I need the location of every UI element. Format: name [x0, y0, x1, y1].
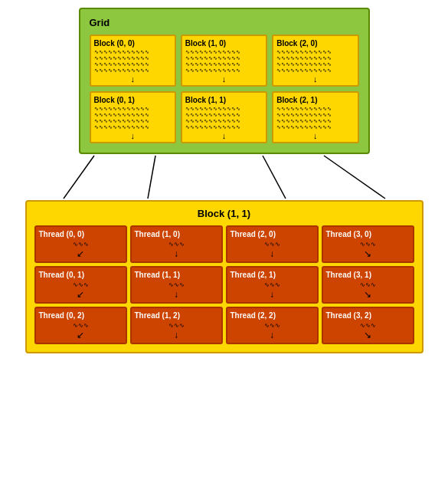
wavy-lines-b00: ∿∿∿∿∿∿∿∿∿∿∿∿∿∿∿∿∿∿∿∿∿∿∿∿∿∿∿∿∿∿∿∿∿∿∿∿∿∿∿∿…	[94, 49, 172, 73]
thread-cell-t22: Thread (2, 2)∿∿∿↓	[226, 307, 319, 344]
thread-arrow: ↘	[364, 248, 371, 259]
svg-line-2	[263, 156, 286, 199]
block-container: Block (1, 1) Thread (0, 0)∿∿∿↙Thread (1,…	[25, 200, 423, 353]
wavy-line: ∿∿∿∿∿∿∿∿∿∿∿∿	[94, 118, 172, 123]
thread-cell-t31: Thread (3, 1)∿∿∿↘	[322, 266, 414, 304]
connector-svg	[33, 154, 416, 200]
thread-wavy-t02: ∿∿∿↙	[39, 322, 123, 340]
wavy-lines-b21: ∿∿∿∿∿∿∿∿∿∿∿∿∿∿∿∿∿∿∿∿∿∿∿∿∿∿∿∿∿∿∿∿∿∿∿∿∿∿∿∿…	[276, 106, 354, 130]
thread-cell-t32: Thread (3, 2)∿∿∿↘	[322, 307, 414, 344]
thread-cell-t12: Thread (1, 2)∿∿∿↓	[130, 307, 223, 344]
wavy-line: ∿∿∿∿∿∿∿∿∿∿∿∿	[94, 112, 172, 117]
thread-cell-label-t01: Thread (0, 1)	[39, 271, 123, 279]
block-label: Block (1, 1)	[34, 208, 414, 219]
thread-arrow: ↙	[77, 289, 84, 300]
down-arrow: ↓	[276, 131, 354, 140]
wavy-line: ∿∿∿∿∿∿∿∿∿∿∿∿	[185, 61, 263, 67]
wavy-line: ∿∿∿∿∿∿∿∿∿∿∿∿	[276, 55, 354, 61]
thread-wavy-line: ∿∿∿	[264, 281, 280, 288]
wavy-lines-b10: ∿∿∿∿∿∿∿∿∿∿∿∿∿∿∿∿∿∿∿∿∿∿∿∿∿∿∿∿∿∿∿∿∿∿∿∿∿∿∿∿…	[185, 49, 263, 73]
thread-cell-t10: Thread (1, 0)∿∿∿↓	[130, 225, 223, 263]
grid-label: Grid	[90, 17, 359, 28]
thread-cell-label-t00: Thread (0, 0)	[39, 230, 123, 238]
block-cell-label-b11: Block (1, 1)	[185, 96, 263, 104]
thread-cell-t02: Thread (0, 2)∿∿∿↙	[34, 307, 127, 344]
thread-arrow: ↘	[364, 289, 371, 300]
thread-arrow: ↓	[174, 289, 178, 300]
thread-arrow: ↘	[364, 330, 371, 340]
down-arrow: ↓	[185, 131, 263, 140]
wavy-lines-b11: ∿∿∿∿∿∿∿∿∿∿∿∿∿∿∿∿∿∿∿∿∿∿∿∿∿∿∿∿∿∿∿∿∿∿∿∿∿∿∿∿…	[185, 106, 263, 130]
thread-cell-t30: Thread (3, 0)∿∿∿↘	[322, 225, 414, 263]
thread-wavy-line: ∿∿∿	[73, 241, 89, 248]
wavy-line: ∿∿∿∿∿∿∿∿∿∿∿∿	[94, 55, 172, 61]
down-arrow: ↓	[94, 131, 172, 140]
thread-wavy-line: ∿∿∿	[168, 281, 185, 288]
thread-wavy-line: ∿∿∿	[264, 322, 280, 329]
thread-cell-t20: Thread (2, 0)∿∿∿↓	[226, 225, 319, 263]
wavy-line: ∿∿∿∿∿∿∿∿∿∿∿∿	[185, 55, 263, 61]
thread-wavy-t10: ∿∿∿↓	[135, 241, 218, 259]
thread-cell-t11: Thread (1, 1)∿∿∿↓	[130, 266, 223, 304]
block-cell-b11: Block (1, 1)∿∿∿∿∿∿∿∿∿∿∿∿∿∿∿∿∿∿∿∿∿∿∿∿∿∿∿∿…	[181, 91, 267, 143]
thread-cell-t00: Thread (0, 0)∿∿∿↙	[34, 225, 127, 263]
svg-line-0	[64, 156, 94, 199]
thread-wavy-line: ∿∿∿	[168, 322, 185, 329]
thread-wavy-t32: ∿∿∿↘	[326, 322, 410, 340]
wavy-line: ∿∿∿∿∿∿∿∿∿∿∿∿	[94, 67, 172, 73]
thread-wavy-t20: ∿∿∿↓	[231, 241, 314, 259]
block-cell-b01: Block (0, 1)∿∿∿∿∿∿∿∿∿∿∿∿∿∿∿∿∿∿∿∿∿∿∿∿∿∿∿∿…	[90, 91, 176, 143]
block-cell-label-b10: Block (1, 0)	[185, 39, 263, 48]
thread-cell-label-t32: Thread (3, 2)	[326, 311, 410, 320]
thread-cell-label-t02: Thread (0, 2)	[39, 311, 123, 320]
thread-wavy-t30: ∿∿∿↘	[326, 241, 410, 259]
thread-wavy-line: ∿∿∿	[360, 322, 376, 329]
thread-wavy-t21: ∿∿∿↓	[231, 281, 314, 300]
wavy-line: ∿∿∿∿∿∿∿∿∿∿∿∿	[276, 67, 354, 73]
thread-cell-label-t31: Thread (3, 1)	[326, 271, 410, 279]
grid-container: Grid Block (0, 0)∿∿∿∿∿∿∿∿∿∿∿∿∿∿∿∿∿∿∿∿∿∿∿…	[79, 8, 370, 154]
down-arrow: ↓	[185, 74, 263, 84]
thread-wavy-t12: ∿∿∿↓	[135, 322, 218, 340]
wavy-line: ∿∿∿∿∿∿∿∿∿∿∿∿	[276, 118, 354, 123]
connector-area	[33, 154, 416, 200]
thread-arrow: ↓	[174, 330, 178, 340]
block-cell-label-b21: Block (2, 1)	[276, 96, 354, 104]
thread-wavy-t22: ∿∿∿↓	[231, 322, 314, 340]
wavy-line: ∿∿∿∿∿∿∿∿∿∿∿∿	[276, 124, 354, 130]
wavy-line: ∿∿∿∿∿∿∿∿∿∿∿∿	[185, 106, 263, 111]
thread-wavy-line: ∿∿∿	[360, 241, 376, 248]
thread-arrow: ↓	[174, 248, 178, 259]
thread-cell-t01: Thread (0, 1)∿∿∿↙	[34, 266, 127, 304]
wavy-line: ∿∿∿∿∿∿∿∿∿∿∿∿	[276, 61, 354, 67]
thread-arrow: ↓	[270, 330, 274, 340]
thread-cell-label-t22: Thread (2, 2)	[231, 311, 314, 320]
grid-blocks: Block (0, 0)∿∿∿∿∿∿∿∿∿∿∿∿∿∿∿∿∿∿∿∿∿∿∿∿∿∿∿∿…	[90, 34, 359, 143]
thread-cell-label-t10: Thread (1, 0)	[135, 230, 218, 238]
thread-cell-label-t30: Thread (3, 0)	[326, 230, 410, 238]
down-arrow: ↓	[276, 74, 354, 84]
thread-arrow: ↓	[270, 248, 274, 259]
thread-grid: Thread (0, 0)∿∿∿↙Thread (1, 0)∿∿∿↓Thread…	[34, 225, 414, 344]
wavy-line: ∿∿∿∿∿∿∿∿∿∿∿∿	[185, 112, 263, 117]
thread-wavy-t00: ∿∿∿↙	[39, 241, 123, 259]
thread-cell-label-t20: Thread (2, 0)	[231, 230, 314, 238]
wavy-lines-b20: ∿∿∿∿∿∿∿∿∿∿∿∿∿∿∿∿∿∿∿∿∿∿∿∿∿∿∿∿∿∿∿∿∿∿∿∿∿∿∿∿…	[276, 49, 354, 73]
svg-line-1	[148, 156, 155, 199]
thread-cell-t21: Thread (2, 1)∿∿∿↓	[226, 266, 319, 304]
block-cell-label-b00: Block (0, 0)	[94, 39, 172, 48]
thread-wavy-line: ∿∿∿	[264, 241, 280, 248]
block-cell-b20: Block (2, 0)∿∿∿∿∿∿∿∿∿∿∿∿∿∿∿∿∿∿∿∿∿∿∿∿∿∿∿∿…	[272, 34, 358, 87]
thread-wavy-line: ∿∿∿	[168, 241, 185, 248]
wavy-line: ∿∿∿∿∿∿∿∿∿∿∿∿	[94, 124, 172, 130]
thread-cell-label-t12: Thread (1, 2)	[135, 311, 218, 320]
svg-line-3	[324, 156, 385, 199]
thread-cell-label-t11: Thread (1, 1)	[135, 271, 218, 279]
block-cell-b21: Block (2, 1)∿∿∿∿∿∿∿∿∿∿∿∿∿∿∿∿∿∿∿∿∿∿∿∿∿∿∿∿…	[272, 91, 358, 143]
thread-wavy-line: ∿∿∿	[360, 281, 376, 288]
block-cell-b00: Block (0, 0)∿∿∿∿∿∿∿∿∿∿∿∿∿∿∿∿∿∿∿∿∿∿∿∿∿∿∿∿…	[90, 34, 176, 87]
block-cell-b10: Block (1, 0)∿∿∿∿∿∿∿∿∿∿∿∿∿∿∿∿∿∿∿∿∿∿∿∿∿∿∿∿…	[181, 34, 267, 87]
wavy-line: ∿∿∿∿∿∿∿∿∿∿∿∿	[276, 106, 354, 111]
thread-arrow: ↙	[77, 248, 84, 259]
wavy-line: ∿∿∿∿∿∿∿∿∿∿∿∿	[94, 106, 172, 111]
